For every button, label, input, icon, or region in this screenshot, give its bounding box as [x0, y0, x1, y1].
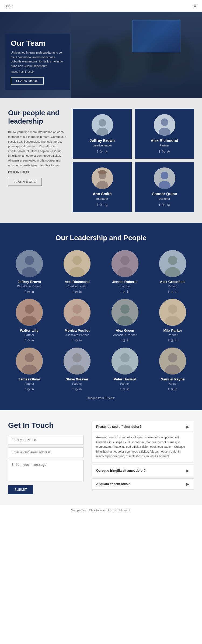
linkedin-icon[interactable]: in	[175, 290, 177, 293]
team-grid: Jeffrey Brown Worldwide Partner f ◎ in A…	[8, 250, 194, 391]
instagram-icon[interactable]: ◎	[105, 150, 107, 153]
svg-point-11	[161, 172, 168, 179]
team-member-role: Chairman	[119, 285, 131, 288]
facebook-icon[interactable]: f	[25, 387, 26, 391]
person-card-ann-smith: Ann Smith manager f 𝕏 ◎	[73, 162, 132, 212]
linkedin-icon[interactable]: in	[127, 387, 130, 391]
facebook-icon[interactable]: f	[168, 387, 169, 391]
instagram-icon[interactable]: ◎	[27, 339, 30, 342]
faq-item-0: Phasellus sed efficitur dolor? ▶ Answer:…	[92, 421, 194, 463]
team-avatar	[159, 250, 186, 277]
facebook-icon[interactable]: f	[159, 203, 160, 207]
faq-question-1[interactable]: Quisque fringilla sit amet dolor? ▶	[92, 465, 194, 476]
linkedin-icon[interactable]: in	[127, 339, 130, 342]
linkedin-icon[interactable]: in	[127, 290, 130, 293]
hero-learn-more-button[interactable]: LEARN MORE	[11, 77, 44, 85]
hero-image-credit[interactable]: Image from Freepik	[11, 70, 64, 73]
team-member-jennie-roberts: Jennie Roberts Chairman f ◎ in	[104, 250, 146, 293]
instagram-icon[interactable]: ◎	[167, 150, 170, 153]
leadership-learn-more-button[interactable]: LEARN MORE	[8, 178, 42, 186]
facebook-icon[interactable]: f	[168, 290, 169, 293]
contact-email-input[interactable]	[8, 447, 83, 457]
instagram-icon[interactable]: ◎	[75, 290, 78, 293]
faq-question-2[interactable]: Aliquam et sem odio? ▶	[92, 479, 194, 489]
instagram-icon[interactable]: ◎	[123, 339, 126, 342]
twitter-icon[interactable]: 𝕏	[162, 203, 165, 207]
team-member-social: f ◎ in	[25, 339, 34, 342]
svg-point-26	[25, 304, 34, 314]
team-member-name: Samuel Payne	[161, 377, 184, 381]
faq-arrow-icon: ▶	[186, 482, 189, 486]
instagram-icon[interactable]: ◎	[75, 387, 78, 391]
contact-faq: Phasellus sed efficitur dolor? ▶ Answer:…	[92, 421, 194, 494]
facebook-icon[interactable]: f	[25, 339, 26, 342]
linkedin-icon[interactable]: in	[32, 290, 34, 293]
instagram-icon[interactable]: ◎	[171, 339, 173, 342]
svg-point-4	[161, 118, 168, 126]
linkedin-icon[interactable]: in	[175, 387, 177, 391]
instagram-icon[interactable]: ◎	[75, 339, 78, 342]
linkedin-icon[interactable]: in	[32, 387, 34, 391]
instagram-icon[interactable]: ◎	[123, 387, 126, 391]
facebook-icon[interactable]: f	[120, 290, 121, 293]
linkedin-icon[interactable]: in	[79, 387, 82, 391]
team-avatar	[16, 299, 43, 326]
facebook-icon[interactable]: f	[97, 203, 98, 207]
facebook-icon[interactable]: f	[120, 339, 121, 342]
facebook-icon[interactable]: f	[120, 387, 121, 391]
team-avatar	[112, 250, 138, 277]
team-avatar	[112, 348, 138, 374]
twitter-icon[interactable]: 𝕏	[162, 150, 165, 153]
facebook-icon[interactable]: f	[159, 150, 160, 153]
hero-box: Our Team Ultrices leo integer malesuada …	[5, 34, 70, 90]
twitter-icon[interactable]: 𝕏	[100, 150, 103, 153]
instagram-icon[interactable]: ◎	[27, 387, 30, 391]
contact-submit-button[interactable]: SUBMIT	[8, 485, 33, 494]
hero-section: Our Team Ultrices leo integer malesuada …	[0, 12, 202, 98]
linkedin-icon[interactable]: in	[79, 290, 82, 293]
contact-message-input[interactable]	[8, 460, 83, 481]
svg-point-29	[72, 304, 82, 314]
instagram-icon[interactable]: ◎	[123, 290, 126, 293]
facebook-icon[interactable]: f	[168, 339, 169, 342]
twitter-icon[interactable]: 𝕏	[100, 203, 103, 207]
leadership-image-credit[interactable]: Image by Freepik	[8, 170, 67, 173]
alex-richmond-avatar	[154, 114, 175, 136]
team-member-role: Worldwide Partner	[17, 285, 41, 288]
leadership-title: Our people andleadership	[8, 109, 67, 125]
svg-point-32	[120, 304, 130, 314]
facebook-icon[interactable]: f	[72, 339, 73, 342]
leadership-section: Our people andleadership Below you'll fi…	[0, 98, 202, 223]
facebook-icon[interactable]: f	[97, 150, 98, 153]
instagram-icon[interactable]: ◎	[171, 290, 173, 293]
facebook-icon[interactable]: f	[72, 387, 73, 391]
instagram-icon[interactable]: ◎	[105, 203, 107, 207]
team-member-social: f ◎ in	[25, 290, 34, 293]
linkedin-icon[interactable]: in	[32, 339, 34, 342]
facebook-icon[interactable]: f	[72, 290, 73, 293]
team-section: Our Leadership and People Jeffrey Brown …	[0, 223, 202, 410]
linkedin-icon[interactable]: in	[175, 339, 177, 342]
instagram-icon[interactable]: ◎	[171, 387, 173, 391]
team-avatar	[112, 299, 138, 326]
hero-description: Ultrices leo integer malesuada nunc vel …	[11, 50, 64, 68]
instagram-icon[interactable]: ◎	[167, 203, 170, 207]
svg-point-41	[72, 353, 82, 362]
team-member-name: Alex Green	[116, 328, 134, 332]
site-footer: Sample Text. Click to select the Text El…	[0, 505, 202, 515]
linkedin-icon[interactable]: in	[79, 339, 82, 342]
alex-richmond-role: Partner	[159, 144, 169, 147]
facebook-icon[interactable]: f	[25, 290, 26, 293]
team-member-role: Creative Leader	[67, 285, 88, 288]
contact-title: Get In Touch	[8, 421, 83, 430]
contact-name-input[interactable]	[8, 435, 83, 445]
menu-icon[interactable]: ≡	[193, 3, 197, 9]
instagram-icon[interactable]: ◎	[27, 290, 30, 293]
faq-question-0[interactable]: Phasellus sed efficitur dolor? ▶	[92, 421, 194, 432]
person-card-connor-quinn: Connor Quinn designer f 𝕏 ◎	[135, 162, 194, 212]
team-member-role: Partner	[120, 382, 130, 385]
contact-left: Get In Touch SUBMIT	[8, 421, 83, 494]
team-member-name: Jennie Roberts	[112, 280, 138, 284]
hero-people-image	[71, 12, 202, 98]
team-member-name: Jeffrey Brown	[18, 280, 41, 284]
